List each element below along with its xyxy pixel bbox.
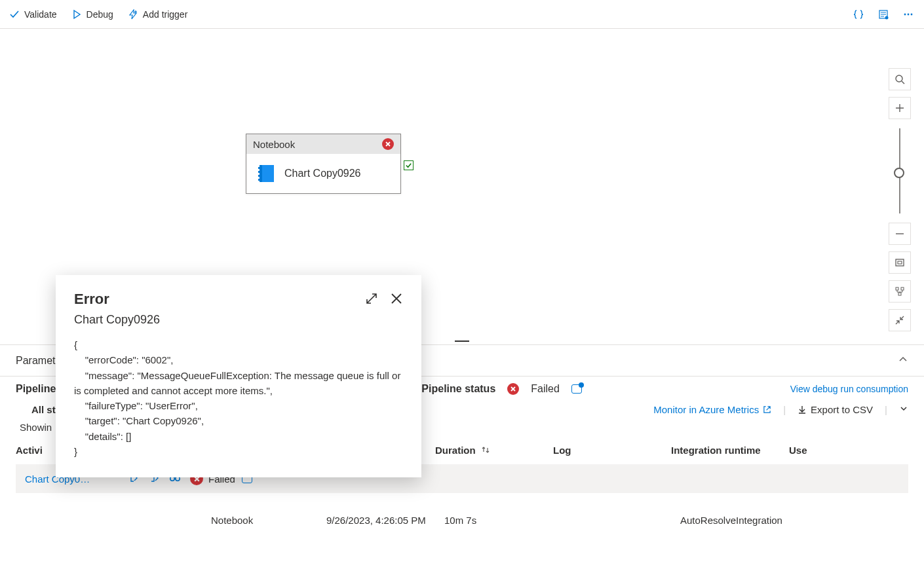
svg-point-1 xyxy=(885,16,889,19)
notebook-icon xyxy=(256,163,277,184)
canvas-controls xyxy=(889,68,911,331)
tab-parameters[interactable]: Paramet xyxy=(16,355,55,367)
success-port-icon[interactable] xyxy=(404,160,414,170)
activity-type-label: Notebook xyxy=(253,139,295,150)
chevron-up-icon xyxy=(898,354,908,365)
properties-button[interactable] xyxy=(876,7,891,22)
svg-point-2 xyxy=(904,13,906,15)
add-trigger-label: Add trigger xyxy=(143,9,187,20)
activity-name: Chart Copy0926 xyxy=(284,168,361,179)
activity-node-body: Chart Copy0926 xyxy=(246,154,400,193)
all-status-filter[interactable]: All st xyxy=(31,404,56,415)
svg-rect-12 xyxy=(896,259,904,266)
svg-point-3 xyxy=(908,13,910,15)
minus-icon xyxy=(895,229,905,239)
th-log[interactable]: Log xyxy=(553,445,571,456)
pipeline-run-label: Pipeline xyxy=(16,383,56,395)
play-icon xyxy=(71,9,82,20)
svg-rect-6 xyxy=(262,165,274,182)
auto-align-button[interactable] xyxy=(889,280,911,303)
svg-point-11 xyxy=(896,75,902,82)
th-activity[interactable]: Activi xyxy=(16,445,43,456)
more-icon xyxy=(903,9,914,20)
properties-icon xyxy=(878,9,889,20)
svg-rect-10 xyxy=(258,179,260,181)
zoom-in-button[interactable] xyxy=(889,97,911,119)
more-button[interactable] xyxy=(900,7,916,22)
collapse-button[interactable] xyxy=(889,309,911,331)
toolbar: Validate Debug Add trigger xyxy=(0,0,924,29)
zoom-slider[interactable] xyxy=(899,128,900,213)
expand-icon xyxy=(365,292,378,305)
svg-rect-7 xyxy=(258,167,260,169)
monitor-metrics-link[interactable]: Monitor in Azure Metrics xyxy=(653,404,771,415)
export-csv-label: Export to CSV xyxy=(811,404,873,415)
svg-rect-14 xyxy=(896,287,898,290)
th-duration[interactable]: Duration xyxy=(435,445,476,456)
popup-subtitle: Chart Copy0926 xyxy=(74,313,403,327)
popup-title: Error xyxy=(74,291,353,308)
search-icon xyxy=(895,74,905,84)
expand-popup-button[interactable] xyxy=(365,292,378,307)
monitor-metrics-label: Monitor in Azure Metrics xyxy=(653,404,759,415)
validate-button[interactable]: Validate xyxy=(8,7,58,22)
sort-icon[interactable] xyxy=(481,445,490,454)
close-icon xyxy=(390,292,403,305)
error-popup: Error Chart Copy0926 { "errorCode": "600… xyxy=(56,275,421,477)
pipeline-status-value: Failed xyxy=(531,383,560,395)
debug-label: Debug xyxy=(87,9,113,20)
align-icon xyxy=(895,286,905,297)
download-icon xyxy=(798,405,807,414)
columns-dropdown[interactable] xyxy=(899,404,908,415)
notification-icon[interactable] xyxy=(571,384,582,394)
th-integration-runtime[interactable]: Integration runtime xyxy=(671,445,761,456)
row-integration-runtime: AutoResolveIntegration xyxy=(680,515,798,526)
add-trigger-button[interactable]: Add trigger xyxy=(126,7,189,22)
row-run-start: 9/26/2023, 4:26:05 PM xyxy=(326,515,444,526)
plus-icon xyxy=(895,103,905,113)
fit-icon xyxy=(895,257,905,268)
search-canvas-button[interactable] xyxy=(889,68,911,90)
view-debug-consumption-link[interactable]: View debug run consumption xyxy=(790,384,908,394)
export-csv-button[interactable]: Export to CSV xyxy=(798,404,873,415)
th-user[interactable]: Use xyxy=(789,445,807,456)
debug-button[interactable]: Debug xyxy=(70,7,115,22)
braces-icon xyxy=(853,9,864,20)
activity-node-header: Notebook xyxy=(246,134,400,154)
svg-point-4 xyxy=(911,13,913,15)
collapse-icon xyxy=(895,315,905,325)
pipeline-status-label: Pipeline status xyxy=(421,383,495,395)
popup-body: { "errorCode": "6002", "message": "Messa… xyxy=(74,337,403,459)
row-type: Notebook xyxy=(208,515,326,526)
chevron-down-icon xyxy=(899,404,908,413)
svg-rect-8 xyxy=(258,171,260,173)
error-icon[interactable] xyxy=(382,138,394,150)
svg-rect-16 xyxy=(898,293,901,295)
svg-rect-13 xyxy=(898,261,902,264)
close-popup-button[interactable] xyxy=(390,292,403,307)
trigger-icon xyxy=(128,9,138,20)
external-link-icon xyxy=(763,405,771,414)
row-duration: 10m 7s xyxy=(444,515,562,526)
collapse-panel-button[interactable] xyxy=(898,354,908,367)
validate-label: Validate xyxy=(24,9,57,20)
svg-rect-9 xyxy=(258,175,260,177)
svg-rect-15 xyxy=(901,287,904,290)
checkmark-icon xyxy=(9,9,20,20)
zoom-slider-thumb[interactable] xyxy=(894,168,904,178)
zoom-out-button[interactable] xyxy=(889,223,911,245)
activity-node[interactable]: Notebook Chart Copy0926 xyxy=(246,134,401,194)
code-view-button[interactable] xyxy=(851,7,866,22)
status-failed-icon xyxy=(507,383,519,395)
fit-to-screen-button[interactable] xyxy=(889,251,911,274)
